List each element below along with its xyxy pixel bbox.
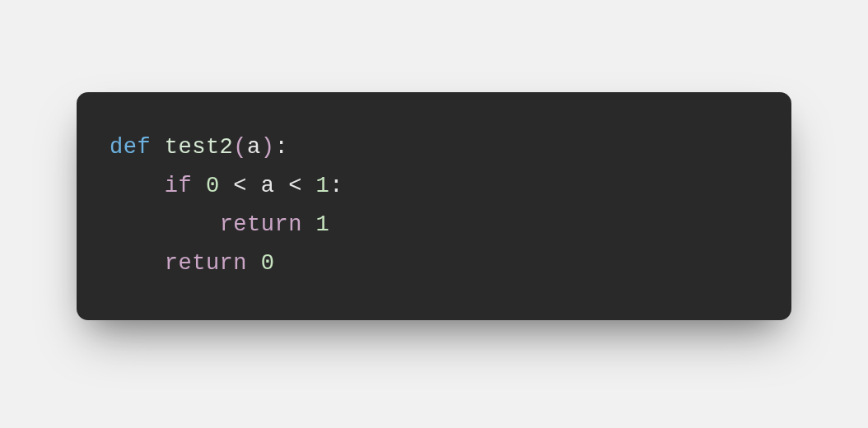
keyword-return: return — [165, 251, 247, 276]
keyword-def: def — [110, 135, 151, 160]
close-paren: ) — [261, 135, 275, 160]
colon: : — [329, 174, 343, 198]
number-literal: 1 — [316, 174, 330, 198]
variable: a — [261, 174, 275, 198]
keyword-return: return — [220, 212, 302, 237]
code-block: def test2(a): if 0 < a < 1: return 1 ret… — [77, 92, 791, 320]
keyword-if: if — [165, 174, 192, 198]
open-paren: ( — [233, 135, 247, 160]
number-literal: 0 — [261, 251, 275, 276]
function-name: test2 — [165, 135, 234, 160]
operator-lt: < — [233, 174, 247, 198]
number-literal: 1 — [316, 212, 330, 237]
code-content: def test2(a): if 0 < a < 1: return 1 ret… — [110, 128, 758, 284]
operator-lt: < — [288, 174, 302, 198]
colon: : — [274, 135, 288, 160]
number-literal: 0 — [206, 174, 220, 198]
parameter: a — [247, 135, 261, 160]
